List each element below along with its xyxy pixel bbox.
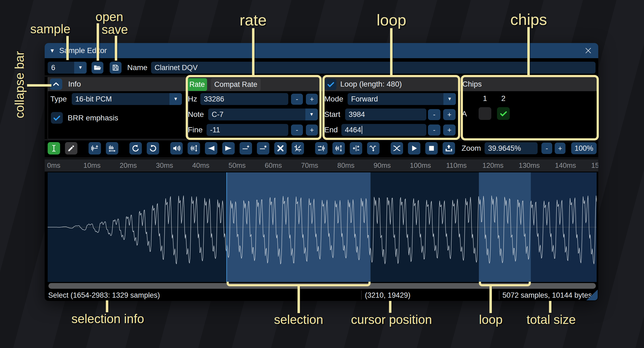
delete-button[interactable] [274,142,287,155]
timeline-label: 20ms [120,159,137,172]
zoom-input[interactable]: 39.9645% [485,142,538,154]
annotation-save: save [102,22,128,37]
resize-button[interactable] [89,142,101,155]
preview-button[interactable] [408,142,420,155]
caret-down-icon[interactable]: ▼ [169,93,182,105]
pencil-icon [67,144,75,152]
toolbar-group [315,142,380,155]
save-sample-button[interactable] [110,62,122,74]
invert-button[interactable] [332,142,345,155]
annotation-loop-bottom: loop [479,312,503,327]
total-size-text: 5072 samples, 10144 bytes [502,290,592,300]
caret-down-icon[interactable]: ▼ [74,62,87,74]
annotation-selection-info: selection info [71,311,144,326]
wave-reverse-icon [317,144,325,152]
annotation-line-sample [66,36,69,60]
type-label: Type [50,93,67,105]
close-button[interactable] [584,47,592,55]
crossfade-loop-button[interactable] [391,142,403,155]
timeline-ruler[interactable]: 0ms10ms20ms30ms40ms50ms60ms70ms80ms90ms1… [45,159,598,172]
type-value: 16-bit PCM [75,95,112,103]
timeline-label: 50ms [228,159,246,172]
filter-wave-icon [369,144,377,152]
toolbar-group [129,142,159,155]
wave-updown-icon [190,144,198,152]
annotation-selection: selection [274,312,323,327]
status-divider [361,291,362,300]
sign-invert-button[interactable] [350,142,362,155]
undo-icon [132,144,140,152]
edit-mode-draw-button[interactable] [65,142,77,155]
zoom-in-button[interactable]: + [555,143,565,154]
wave-invert-icon [335,144,343,152]
wave-stretch-icon [108,144,116,152]
timeline-label: 90ms [374,159,391,172]
annotation-chips: chips [510,10,547,28]
info-panel-title: Info [68,78,81,90]
timeline-label: 70ms [301,159,318,172]
upload-icon [445,144,453,152]
name-label: Name [127,62,148,74]
fade-out-icon [224,144,233,152]
timeline-label: 110ms [446,159,467,172]
annotation-line-total-size [549,301,551,313]
times-icon [276,144,285,152]
reverse-button[interactable] [315,142,328,155]
zoom-reset-button[interactable]: 100% [571,142,597,154]
window-titlebar[interactable]: ▼ Sample Editor [45,43,598,58]
timeline-label: 80ms [337,159,355,172]
stop-preview-button[interactable] [425,142,438,155]
waveform-canvas[interactable] [48,172,597,282]
zoom-out-button[interactable]: - [541,143,552,154]
edit-mode-select-button[interactable] [48,142,60,155]
resample-button[interactable] [106,142,118,155]
open-sample-button[interactable] [91,62,103,74]
screenshot-stage: ▼ Sample Editor 6 ▼ Name Clar [0,0,644,348]
annotation-line-loop-bottom [489,286,492,313]
undo-button[interactable] [129,142,142,155]
timeline-label: 60ms [265,159,282,172]
timeline-label: 40ms [192,159,210,172]
toolbar-group [48,142,77,155]
timeline-label: 10ms [83,159,101,172]
brr-emphasis-checkbox[interactable] [51,112,63,124]
timeline-label: 140ms [555,159,576,172]
annotation-line-open [97,23,99,61]
sample-select-dropdown[interactable]: 6 ▼ [48,62,87,74]
annotation-line-cursor-position [389,301,391,313]
toolbar-group [391,142,455,155]
annotation-cursor-position: cursor position [351,312,432,327]
name-value: Clarinet DQV [155,64,198,72]
annotation-box-loop [322,75,460,140]
waveform-view[interactable] [48,172,597,282]
window-collapse-icon[interactable]: ▼ [50,48,55,54]
sign-icon [352,144,360,152]
normalize-button[interactable] [188,142,200,155]
collapse-bar-button[interactable] [50,78,62,90]
annotation-line-collapse-bar [27,84,51,87]
amplify-button[interactable] [170,142,183,155]
fade-out-button[interactable] [222,142,235,155]
toolbar-group [89,142,118,155]
timeline-label: 30ms [156,159,173,172]
line-star-icon [259,144,267,152]
timeline-label: 130ms [519,159,540,172]
trim-button[interactable] [292,142,304,155]
cursor-position-text: (3210, 19429) [365,290,410,300]
annotation-rate: rate [240,11,267,29]
check-icon [53,114,61,122]
redo-button[interactable] [147,142,159,155]
chevron-up-icon [52,80,60,88]
annotation-line-chips [527,27,530,75]
apply-silence-button[interactable] [257,142,269,155]
brr-emphasis-label: BRR emphasis [68,112,118,124]
annotation-line-selection-info [106,300,108,312]
create-instrument-button[interactable] [443,142,455,155]
fade-in-button[interactable] [205,142,217,155]
apply-filter-button[interactable] [367,142,380,155]
insert-silence-button[interactable] [240,142,252,155]
type-dropdown[interactable]: 16-bit PCM ▼ [72,93,182,105]
annotation-collapse-bar: collapse bar [12,51,27,118]
line-plus-icon [242,144,250,152]
toolbar [48,142,455,155]
